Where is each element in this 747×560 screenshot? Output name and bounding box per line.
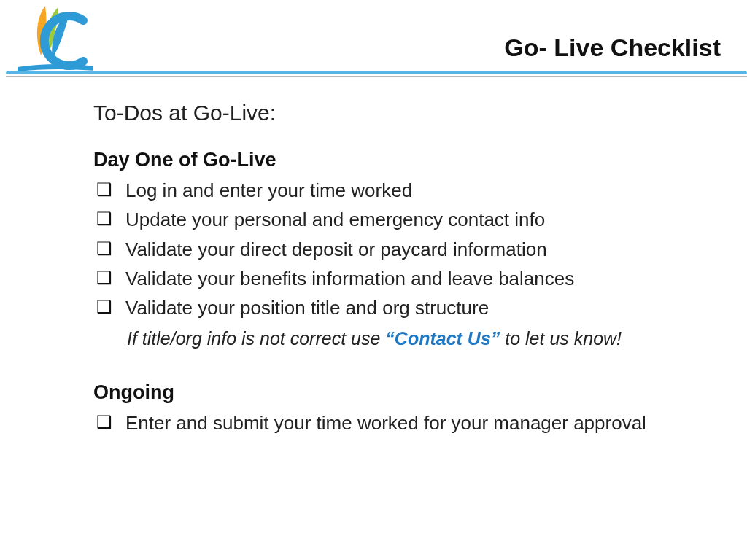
- section-heading: Day One of Go-Live: [93, 149, 703, 171]
- note-pre: If title/org info is not correct use: [127, 328, 385, 349]
- section-ongoing: Ongoing Enter and submit your time worke…: [93, 381, 703, 438]
- list-item: Log in and enter your time worked: [93, 176, 703, 205]
- header: Go- Live Checklist: [0, 0, 747, 80]
- section-day-one: Day One of Go-Live Log in and enter your…: [93, 149, 703, 349]
- section-heading: Ongoing: [93, 381, 703, 404]
- note-highlight: “Contact Us”: [385, 328, 500, 349]
- divider-thick: [6, 71, 747, 74]
- checklist-day-one: Log in and enter your time worked Update…: [93, 176, 703, 322]
- checklist-ongoing: Enter and submit your time worked for yo…: [93, 408, 703, 438]
- note-post: to let us know!: [500, 328, 622, 349]
- list-item: Update your personal and emergency conta…: [93, 205, 703, 234]
- list-item: Validate your benefits information and l…: [93, 264, 703, 293]
- divider-thin: [6, 76, 747, 77]
- subtitle: To-Dos at Go-Live:: [93, 101, 703, 125]
- list-item: Enter and submit your time worked for yo…: [93, 408, 703, 438]
- content-area: To-Dos at Go-Live: Day One of Go-Live Lo…: [0, 80, 747, 438]
- page-title: Go- Live Checklist: [504, 34, 721, 62]
- list-item: Validate your position title and org str…: [93, 293, 703, 322]
- list-item: Validate your direct deposit or paycard …: [93, 235, 703, 264]
- company-logo-icon: [13, 4, 93, 74]
- note-text: If title/org info is not correct use “Co…: [93, 328, 703, 349]
